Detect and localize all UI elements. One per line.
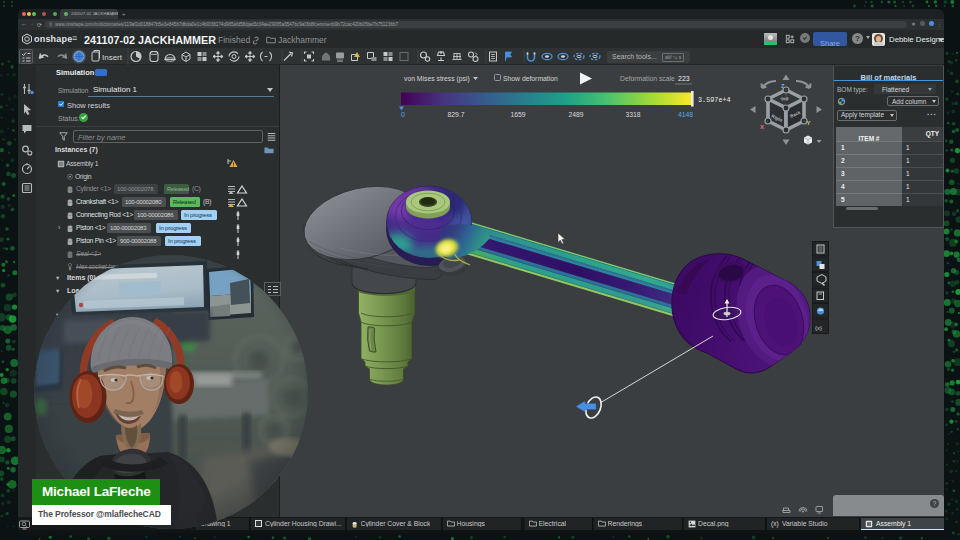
svg-text:0: 0: [401, 111, 405, 118]
svg-text:von Mises stress (psi): von Mises stress (psi): [404, 75, 470, 83]
svg-text:X: X: [760, 124, 764, 130]
svg-text:{x}: {x}: [815, 325, 822, 331]
svg-text:223: 223: [678, 75, 690, 82]
svg-text:Show deformation: Show deformation: [503, 75, 558, 82]
svg-text:3318: 3318: [625, 111, 640, 118]
svg-text:829.7: 829.7: [447, 111, 464, 118]
svg-text:1659: 1659: [510, 111, 525, 118]
svg-text:3.597e+4: 3.597e+4: [698, 96, 731, 104]
svg-text:Z: Z: [781, 83, 785, 89]
svg-text:2489: 2489: [568, 111, 583, 118]
svg-text:Deformation scale: Deformation scale: [620, 75, 675, 82]
svg-text:4148: 4148: [678, 111, 693, 118]
